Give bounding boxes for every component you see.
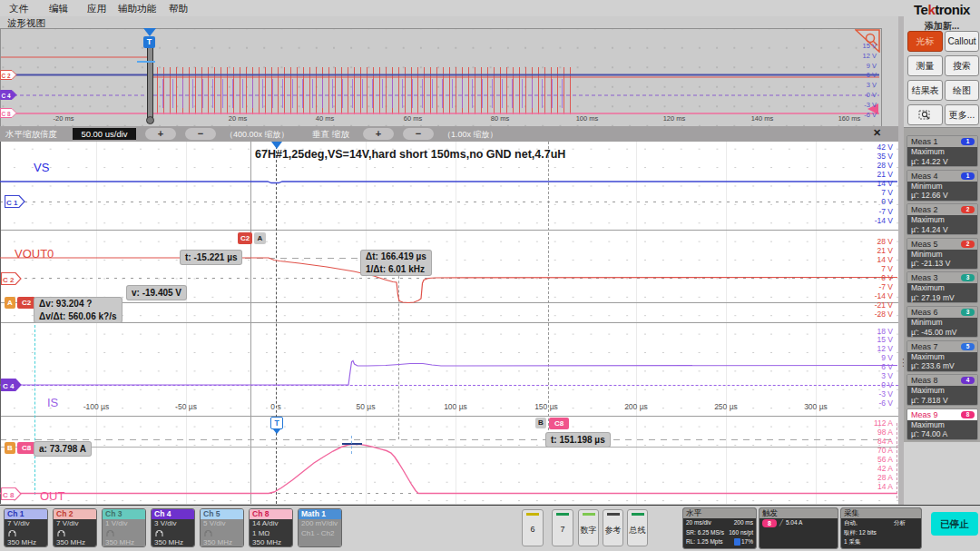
c4-axis-label-0: 18 V <box>842 327 893 336</box>
meas-badge-meas-2[interactable]: Meas 22Maximumµ': 14.24 V <box>906 203 978 235</box>
delta-t-callout[interactable]: Δt: 166.419 µs 1/Δt: 6.01 kHz <box>361 251 431 275</box>
c8-flag[interactable]: C 8 <box>1 487 24 501</box>
overview-flag-2[interactable]: C 8 <box>0 108 18 119</box>
h-zoom-plus-button[interactable]: + <box>145 128 176 140</box>
results-table-button[interactable]: 结果表 <box>907 80 943 101</box>
meas-value: µ': 7.818 V <box>911 396 977 406</box>
overview-axis-label-2: 9 V <box>826 62 877 70</box>
meas-badge-meas-8[interactable]: Meas 84Maximumµ': 7.818 V <box>906 374 978 406</box>
more-button[interactable]: 更多... <box>945 104 979 125</box>
channel-7-button[interactable]: 7 <box>552 509 573 546</box>
meas-type: Minimum <box>911 182 977 192</box>
horizontal-settings-panel[interactable]: 水平 20 ms/div200 ms SR: 6.25 MS/s160 ns/p… <box>682 507 757 549</box>
meas-badge-header: Meas 33 <box>907 272 977 283</box>
h-zoom-minus-button[interactable]: − <box>185 128 216 140</box>
c8-zero-line <box>0 493 898 494</box>
plot-button[interactable]: 绘图 <box>945 80 979 101</box>
button-label: 数字 <box>579 525 598 536</box>
menu-item-2[interactable]: 应用 <box>87 3 106 15</box>
c4-flag[interactable]: C 4 <box>1 379 24 392</box>
c8-channel-label: OUT <box>40 489 64 503</box>
overview-trigger-bar[interactable] <box>147 38 153 122</box>
overview-flag-0[interactable]: C 2 <box>0 70 18 81</box>
menu-item-0[interactable]: 文件 <box>9 3 28 15</box>
menu-item-4[interactable]: 帮助 <box>169 3 188 15</box>
cursor-a-voltage-callout[interactable]: v: -19.405 V <box>127 286 186 300</box>
cursor-badge-0[interactable]: C2 <box>238 232 252 244</box>
zoom-toolbar: 水平缩放倍度 50.00 us/div + − （400.00x 缩放） 垂直 … <box>0 126 898 143</box>
channel-6-button[interactable]: 6 <box>522 509 544 546</box>
delta-v-callout[interactable]: Δv: 93.204 ? Δv/Δt: 560.06 k?/s <box>34 298 122 322</box>
v-zoom-plus-button[interactable]: + <box>363 128 394 140</box>
meas-type: Maximum <box>911 147 977 157</box>
cursor-a-amp-callout[interactable]: a: 73.798 A <box>34 442 91 456</box>
h-zoom-scale-value[interactable]: 50.00 us/div <box>73 128 136 140</box>
overview-axis-label-6: -3 V <box>826 101 877 109</box>
channel-badge-ch-1[interactable]: Ch 17 V/div350 MHz <box>4 508 48 547</box>
meas-badge-meas-7[interactable]: Meas 75Maximumµ': 233.6 mV <box>906 340 978 372</box>
button-label: 6 <box>523 525 543 534</box>
cursor-a-time-callout[interactable]: t: -15.221 µs <box>181 251 241 264</box>
menu-item-1[interactable]: 编辑 <box>49 3 68 15</box>
meas-source-pill: 4 <box>961 377 975 384</box>
meas-badge-meas-9[interactable]: Meas 98Maximumµ': 74.00 A <box>906 408 978 440</box>
cursor-b-horizontal-c8[interactable] <box>0 439 897 440</box>
meas-badge-meas-1[interactable]: Meas 11Maximumµ': 14.22 V <box>906 135 978 167</box>
c2-flag[interactable]: C 2 <box>1 272 24 286</box>
cursor-b-time-callout[interactable]: t: 151.198 µs <box>546 433 610 447</box>
meas-badge-meas-5[interactable]: Meas 52Minimumµ': -21.13 V <box>906 238 978 270</box>
tekscope-app: 文件编辑应用辅助功能帮助 波形视图 T 水平缩放倍度 50.00 us/div … <box>0 0 980 551</box>
channel-badge-math-1[interactable]: Math 1200 mV/divCh1 - Ch2 <box>298 508 342 547</box>
meas-source-pill: 5 <box>961 343 975 350</box>
channel-badge-ch-3[interactable]: Ch 31 V/div350 MHz <box>102 508 146 547</box>
menu-item-3[interactable]: 辅助功能 <box>118 3 156 15</box>
overview-flag-1[interactable]: C 4 <box>0 90 18 101</box>
zoom-box-button[interactable] <box>907 104 943 125</box>
trigger-settings-panel[interactable]: 触发 8 ╱ 5.04 A <box>759 507 838 549</box>
meas-badge-meas-4[interactable]: Meas 41Minimumµ': 12.66 V <box>906 170 978 202</box>
cursor-a-amp-line[interactable] <box>0 447 898 448</box>
button-stripe <box>526 513 539 516</box>
channel-badge-ch-5[interactable]: Ch 55 V/div350 MHz <box>200 508 244 547</box>
meas-badge-meas-3[interactable]: Meas 33Maximumµ': 27.19 mV <box>906 271 978 303</box>
c2-axis-label-5: -7 V <box>842 282 893 291</box>
bus-button[interactable]: 总线 <box>627 509 648 546</box>
channel-badge-ch-2[interactable]: Ch 27 V/div350 MHz <box>53 508 97 547</box>
cursor-badge-3[interactable]: C2 <box>17 297 35 309</box>
reference-button[interactable]: 参考 <box>603 509 623 546</box>
cursor-badge-6[interactable]: B <box>535 418 546 428</box>
v-zoom-minus-button[interactable]: − <box>403 128 434 140</box>
channel-badge-ch-8[interactable]: Ch 814 A/div1 MΩ350 MHz <box>249 508 293 547</box>
acquisition-panel-title: 采集 <box>841 508 921 518</box>
overview-axis-label-1: 12 V <box>826 52 877 60</box>
digital-button[interactable]: 数字 <box>578 509 599 546</box>
annotation-text[interactable]: 67H#1,25deg,VS=14V,hard short 150ms,no G… <box>255 148 565 161</box>
measure-button[interactable]: 测量 <box>907 55 943 76</box>
cursor-button[interactable]: 光标 <box>907 31 943 52</box>
cursor-badge-2[interactable]: A <box>5 297 15 309</box>
cursor-badge-7[interactable]: C8 <box>549 418 569 429</box>
meas-name: Meas 1 <box>911 137 938 146</box>
run-stop-button[interactable]: 已停止 <box>931 512 978 536</box>
c8-axis-label-1: 98 A <box>842 428 893 437</box>
cursor-badge-5[interactable]: C8 <box>17 442 35 454</box>
c1-flag[interactable]: C 1 <box>5 195 27 209</box>
meas-badge-header: Meas 75 <box>907 341 977 352</box>
search-button[interactable]: 搜索 <box>945 55 979 76</box>
cursor-badge-4[interactable]: B <box>5 442 15 454</box>
slice-divider-3 <box>0 322 898 323</box>
slice-divider-1 <box>0 230 898 231</box>
cursor-a-vertical[interactable] <box>250 142 251 504</box>
trigger-flag[interactable]: T <box>270 417 283 429</box>
overview-trigger-flag[interactable]: T <box>143 36 155 48</box>
cursor-b-vertical[interactable] <box>548 142 549 439</box>
cursor-badge-1[interactable]: A <box>254 232 266 244</box>
acquisition-settings-panel[interactable]: 采集 自动,分析 取样: 12 bits 1 采集 <box>840 507 922 549</box>
zoom-close-icon[interactable]: ✕ <box>873 127 881 139</box>
overview-trigger-knob[interactable] <box>146 116 154 124</box>
channel-badge-ch-4[interactable]: Ch 43 V/div350 MHz <box>151 508 195 547</box>
callout-button[interactable]: Callout <box>945 31 979 52</box>
channel-badge-body: 7 V/div350 MHz <box>5 519 47 547</box>
meas-source-pill: 8 <box>961 411 975 418</box>
meas-badge-meas-6[interactable]: Meas 63Minimumµ': -45.00 mV <box>906 306 978 338</box>
